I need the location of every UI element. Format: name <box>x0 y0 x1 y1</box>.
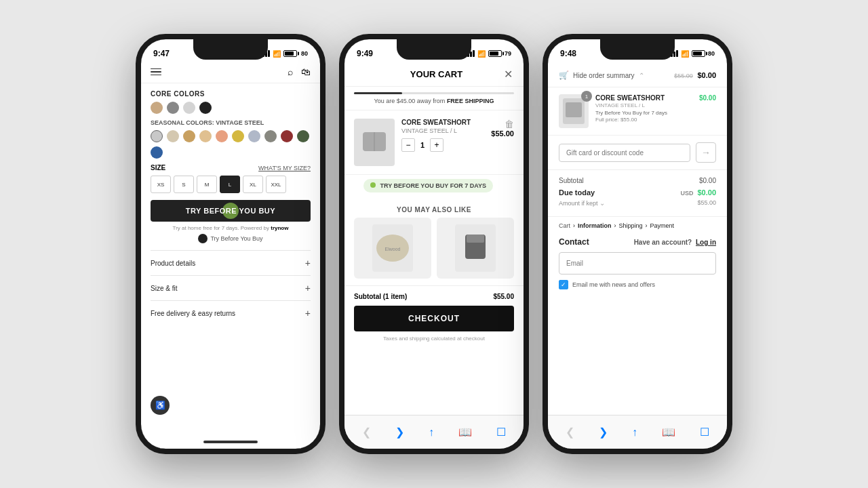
cart-icon[interactable]: 🛍 <box>301 66 311 77</box>
email-news-checkbox[interactable]: ✓ <box>559 280 568 289</box>
accessibility-button[interactable]: ♿ <box>151 396 170 415</box>
time-1: 9:47 <box>153 49 170 58</box>
menu-icon[interactable] <box>151 68 161 76</box>
cart-item: CORE SWEATSHORT VINTAGE STEEL / L − 1 + … <box>344 110 524 175</box>
wifi-icon: 📶 <box>273 50 281 58</box>
tabs-button-3[interactable]: ☐ <box>700 426 709 439</box>
status-icons-2: 📶 79 <box>465 50 511 58</box>
discount-row: → <box>548 136 727 170</box>
cart-item-name: CORE SWEATSHORT <box>401 119 471 126</box>
forward-button-3[interactable]: ❯ <box>599 426 608 439</box>
chevron-up-icon: ⌃ <box>639 72 644 79</box>
size-xs[interactable]: XS <box>151 176 171 193</box>
shipping-bar: You are $45.00 away from FREE SHIPPING <box>344 87 524 110</box>
phone-notch-3 <box>600 39 675 60</box>
shorts-image <box>357 125 391 159</box>
breadcrumb-cart[interactable]: Cart <box>559 222 570 229</box>
bookmarks-button[interactable]: 📖 <box>458 426 472 439</box>
expand-icon: + <box>305 258 311 268</box>
bookmarks-button-3[interactable]: 📖 <box>662 426 675 439</box>
color-swatch[interactable] <box>167 102 179 114</box>
size-l[interactable]: L <box>220 176 240 193</box>
order-product-thumbnail <box>561 97 586 125</box>
email-news-row: ✓ Email me with news and offers <box>559 280 716 289</box>
seasonal-swatch[interactable] <box>199 130 212 142</box>
also-like-label: YOU MAY ALSO LIKE <box>344 199 524 218</box>
delete-button[interactable]: 🗑 <box>505 119 514 129</box>
checkout-button[interactable]: CHECKOUT <box>354 306 514 331</box>
seasonal-swatch[interactable] <box>281 130 293 142</box>
login-anchor[interactable]: Log in <box>696 239 716 246</box>
contact-header: Contact Have an account? Log in <box>559 237 716 247</box>
product-thumbnail-2 <box>452 221 499 275</box>
share-button-3[interactable]: ↑ <box>632 426 637 439</box>
email-input[interactable] <box>559 252 716 274</box>
battery-icon-2 <box>488 50 502 57</box>
size-xl[interactable]: XL <box>243 176 263 193</box>
cart-icon-small: 🛒 <box>559 70 569 80</box>
try-before-buy-button[interactable]: TRY BEFORE YOU BUY <box>151 200 311 222</box>
order-item-name: CORE SWEATSHORT <box>595 94 692 102</box>
accordion: Product details + Size & fit + Free deli… <box>151 250 311 325</box>
subtotal-label: Subtotal (1 item) <box>354 293 407 300</box>
share-button[interactable]: ↑ <box>429 426 434 439</box>
seasonal-swatch[interactable] <box>183 130 195 142</box>
accordion-delivery[interactable]: Free delivery & easy returns + <box>151 300 311 325</box>
phone-notch-2 <box>397 39 471 60</box>
subtotal-row: Subtotal $0.00 <box>559 177 716 184</box>
order-try-text: Try Before You Buy for 7 days <box>595 110 692 116</box>
tabs-button[interactable]: ☐ <box>496 426 506 439</box>
color-swatch[interactable] <box>183 102 195 114</box>
size-s[interactable]: S <box>174 176 194 193</box>
due-label: Due today <box>559 188 595 197</box>
back-button-3[interactable]: ❮ <box>566 426 574 439</box>
size-xxl[interactable]: XXL <box>266 176 286 193</box>
qty-decrease[interactable]: − <box>401 138 415 152</box>
color-swatch[interactable] <box>151 102 163 114</box>
close-button[interactable]: ✕ <box>504 68 513 81</box>
color-swatch[interactable] <box>199 102 212 114</box>
login-link: Have an account? Log in <box>634 239 716 246</box>
phone1-header: ⌕ 🛍 <box>141 64 320 83</box>
amount-if-kept-row: Amount if kept ⌄ $55.00 <box>559 199 716 207</box>
accordion-size-fit[interactable]: Size & fit + <box>151 275 311 300</box>
totals-section: Subtotal $0.00 Due today USD $0.00 Amoun… <box>548 170 727 217</box>
order-full-price: Full price: $55.00 <box>595 117 692 123</box>
qty-increase[interactable]: + <box>430 138 443 152</box>
discount-submit[interactable]: → <box>696 142 716 163</box>
breadcrumb-shipping: Shipping <box>619 222 643 229</box>
order-product-image: 1 <box>559 94 589 128</box>
seasonal-swatch[interactable] <box>167 130 179 142</box>
also-like-item-2[interactable] <box>437 218 514 279</box>
seasonal-swatch[interactable] <box>232 130 244 142</box>
seasonal-swatch[interactable] <box>248 130 260 142</box>
accordion-product-details[interactable]: Product details + <box>151 250 311 275</box>
seasonal-swatch[interactable] <box>151 130 163 142</box>
back-button[interactable]: ❮ <box>362 426 371 439</box>
accordion-label: Size & fit <box>151 285 177 292</box>
seasonal-label: SEASONAL COLORS: VINTAGE STEEL <box>151 119 311 126</box>
seasonal-swatch[interactable] <box>216 130 228 142</box>
order-item-details: CORE SWEATSHORT VINTAGE STEEL / L Try Be… <box>595 94 692 128</box>
subtotal-value: $55.00 <box>493 293 514 300</box>
size-m[interactable]: M <box>197 176 217 193</box>
discount-input[interactable] <box>559 144 690 162</box>
order-summary-toggle[interactable]: 🛒 Hide order summary ⌃ $55.00 $0.00 <box>548 64 727 87</box>
order-product-row: 1 CORE SWEATSHORT VINTAGE STEEL / L Try … <box>548 87 727 136</box>
home-indicator <box>203 441 258 443</box>
chevron-down-icon: ⌄ <box>599 199 605 207</box>
battery-icon <box>283 50 297 57</box>
size-link[interactable]: WHAT'S MY SIZE? <box>258 165 311 171</box>
also-like-item-1[interactable]: Elwood <box>354 218 431 279</box>
forward-button[interactable]: ❯ <box>395 426 404 439</box>
breadcrumb-information[interactable]: Information <box>578 222 612 229</box>
seasonal-swatch[interactable] <box>264 130 277 142</box>
phone3-screen: 9:48 📶 80 <box>548 39 727 449</box>
battery-label-1: 80 <box>301 50 308 57</box>
search-icon[interactable]: ⌕ <box>288 66 293 77</box>
wifi-icon-3: 📶 <box>681 50 689 58</box>
seasonal-swatch[interactable] <box>151 146 163 159</box>
core-color-swatches <box>151 102 311 114</box>
svg-text:Elwood: Elwood <box>385 247 401 251</box>
seasonal-swatch[interactable] <box>297 130 309 142</box>
